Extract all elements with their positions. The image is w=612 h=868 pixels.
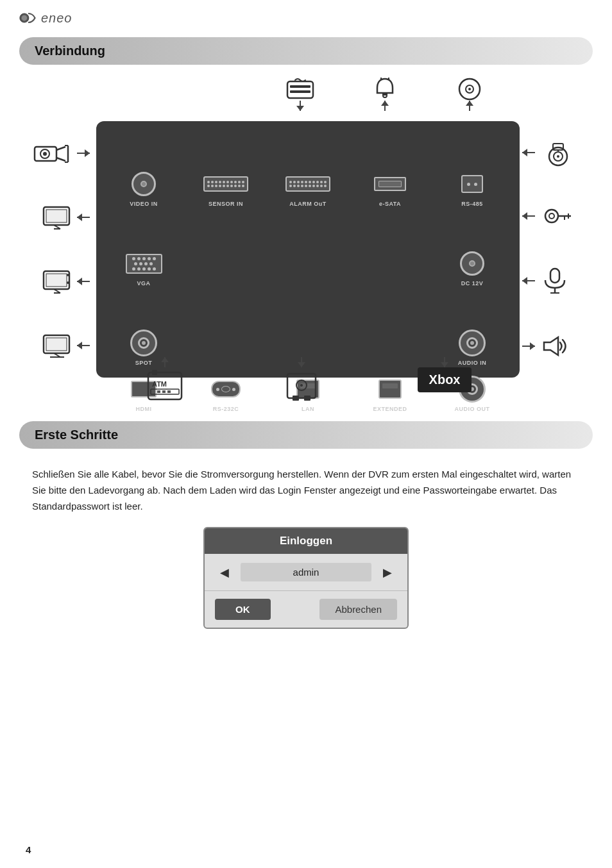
header: eneo xyxy=(0,0,612,32)
right-side-icons xyxy=(516,121,593,378)
svg-point-40 xyxy=(549,213,554,219)
sensor-in-icon xyxy=(207,170,245,198)
dc12v-label: DC 12V xyxy=(461,280,484,287)
monitor1-icon-left xyxy=(41,204,90,230)
svg-rect-44 xyxy=(550,269,559,283)
microphone-icon-right xyxy=(522,265,571,297)
erste-schritte-title: Erste Schritte xyxy=(35,428,577,442)
left-side-icons xyxy=(19,121,96,378)
ptz-camera-icon-right xyxy=(522,138,577,167)
verbindung-header: Verbindung xyxy=(19,37,593,65)
svg-point-26 xyxy=(67,274,69,276)
rs485-label: RS-485 xyxy=(461,201,483,207)
connector-empty2 xyxy=(267,210,349,289)
svg-rect-52 xyxy=(152,390,155,393)
svg-rect-2 xyxy=(287,81,313,98)
page-number: 4 xyxy=(26,844,31,855)
rs485-icon xyxy=(453,170,491,198)
svg-marker-47 xyxy=(544,337,558,355)
dc12v-icon xyxy=(453,249,491,278)
monitor2-icon-left xyxy=(41,269,90,294)
svg-point-36 xyxy=(557,155,559,158)
svg-point-39 xyxy=(545,210,558,222)
svg-rect-55 xyxy=(167,390,171,393)
speaker-icon-right xyxy=(522,332,571,360)
svg-rect-53 xyxy=(157,390,160,393)
connector-empty1 xyxy=(185,210,267,289)
body-text: Schließen Sie alle Kabel, bevor Sie die … xyxy=(32,467,580,514)
svg-point-1 xyxy=(22,15,28,21)
disk-icon-top xyxy=(454,76,485,111)
connectors-grid: VIDEO IN xyxy=(96,121,520,378)
svg-point-14 xyxy=(43,152,47,156)
diagram-area: VIDEO IN xyxy=(19,76,593,410)
camera-icon-left xyxy=(28,140,90,166)
login-user-row: ◀ admin ▶ xyxy=(205,554,407,591)
atm-icon-bottom: ATM xyxy=(144,357,185,406)
alarm-out-label: ALARM OuT xyxy=(289,201,327,207)
login-username: admin xyxy=(241,563,371,581)
connector-video-in: VIDEO IN xyxy=(103,130,185,210)
login-ok-button[interactable]: OK xyxy=(215,599,271,620)
erste-schritte-header: Erste Schritte xyxy=(19,421,593,449)
connector-alarm-out: ALARM OuT xyxy=(267,130,349,210)
login-next-button[interactable]: ▶ xyxy=(378,565,397,580)
alarm-icon-top xyxy=(372,76,398,111)
esata-label: e-SATA xyxy=(379,201,401,207)
svg-rect-25 xyxy=(46,274,67,287)
login-buttons-row: OK Abbrechen xyxy=(205,591,407,628)
alarm-out-icon xyxy=(289,170,327,198)
svg-text:ATM: ATM xyxy=(152,380,167,388)
hdd-icon-top xyxy=(285,76,316,111)
login-dialog: Einloggen ◀ admin ▶ OK Abbrechen xyxy=(203,527,409,629)
connector-sensor-in: SENSOR IN xyxy=(185,130,267,210)
logo: eneo xyxy=(19,9,72,27)
video-in-label: VIDEO IN xyxy=(130,201,158,207)
login-title: Einloggen xyxy=(205,528,407,554)
svg-point-60 xyxy=(300,384,303,387)
svg-rect-49 xyxy=(152,370,157,375)
svg-rect-4 xyxy=(290,90,310,93)
login-prev-button[interactable]: ◀ xyxy=(215,565,234,580)
svg-rect-31 xyxy=(46,338,67,351)
svg-rect-54 xyxy=(162,390,166,393)
top-icons xyxy=(96,76,520,121)
xbox-icon-bottom: Xbox xyxy=(418,357,472,392)
svg-line-16 xyxy=(56,158,65,161)
esata-icon xyxy=(371,170,409,198)
vga-label: VGA xyxy=(137,280,150,287)
connector-dc12v: DC 12V xyxy=(431,210,513,289)
login-cancel-button[interactable]: Abbrechen xyxy=(319,599,397,620)
ptz-controller-icon-right xyxy=(522,202,577,230)
usb-hdd-icon-bottom xyxy=(281,357,322,406)
vga-icon xyxy=(124,249,163,278)
bottom-icons: ATM Xbox xyxy=(96,352,520,410)
verbindung-title: Verbindung xyxy=(35,44,577,58)
svg-point-11 xyxy=(468,88,471,90)
svg-rect-58 xyxy=(304,396,310,401)
monitor3-icon-left xyxy=(41,333,90,358)
svg-point-27 xyxy=(67,281,69,284)
svg-rect-3 xyxy=(290,85,310,88)
connector-esata: e-SATA xyxy=(349,130,431,210)
connector-vga: VGA xyxy=(103,210,185,289)
sensor-in-label: SENSOR IN xyxy=(208,201,243,207)
logo-text: eneo xyxy=(41,11,72,26)
svg-rect-21 xyxy=(46,210,67,222)
svg-rect-57 xyxy=(293,396,299,401)
connector-empty3 xyxy=(349,210,431,289)
video-in-icon xyxy=(124,170,163,198)
eneo-logo-icon xyxy=(19,9,37,27)
dark-panel: VIDEO IN xyxy=(96,121,520,378)
svg-line-15 xyxy=(56,147,65,150)
connector-rs485: RS-485 xyxy=(431,130,513,210)
